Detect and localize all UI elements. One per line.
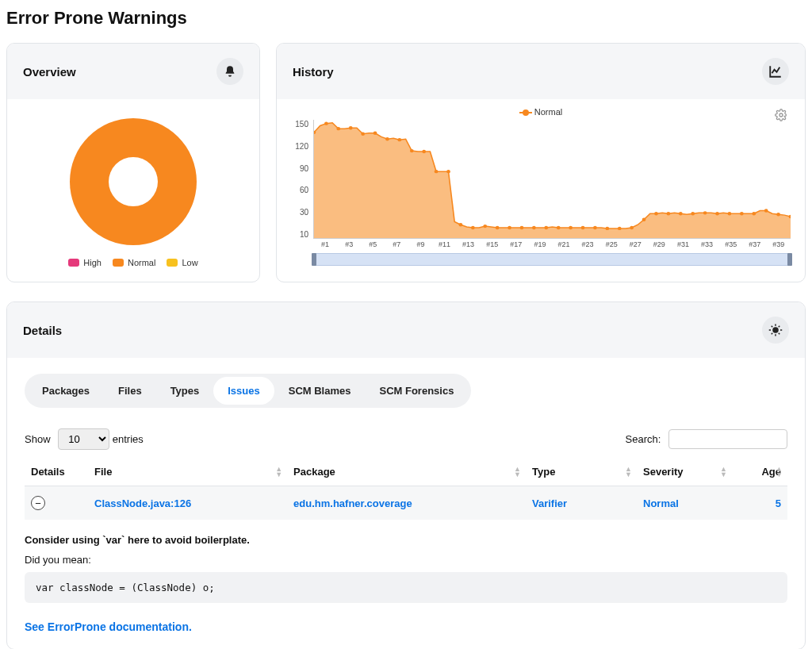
- issue-hint: Did you mean:: [25, 554, 787, 566]
- collapse-row-button[interactable]: −: [31, 496, 45, 510]
- swatch-normal: [113, 259, 124, 267]
- svg-point-16: [496, 226, 500, 229]
- tab-scm-blames[interactable]: SCM Blames: [274, 377, 366, 405]
- svg-point-2: [324, 121, 328, 125]
- tab-issues[interactable]: Issues: [213, 377, 274, 405]
- svg-point-20: [544, 226, 548, 229]
- col-age[interactable]: Age▲▼: [732, 458, 787, 486]
- search-control: Search:: [626, 429, 787, 449]
- legend-low-label: Low: [182, 258, 197, 267]
- documentation-link[interactable]: See ErrorProne documentation.: [25, 620, 192, 633]
- svg-point-33: [703, 211, 707, 214]
- svg-point-25: [605, 227, 609, 230]
- history-body: Normal 15012090603010 #1#3#5#7#9#11#13#1…: [277, 99, 805, 271]
- svg-point-31: [679, 212, 683, 215]
- overview-card: Overview High Normal Low: [6, 43, 260, 282]
- chart-range-scrubber[interactable]: [313, 253, 791, 266]
- table-head: Details File▲▼ Package▲▼ Type▲▼ Severity…: [25, 458, 787, 486]
- overview-header: Overview: [7, 44, 259, 99]
- legend-normal[interactable]: Normal: [113, 258, 155, 267]
- details-title: Details: [23, 324, 62, 337]
- tab-types[interactable]: Types: [156, 377, 214, 405]
- page-size-select[interactable]: 10: [58, 428, 109, 450]
- svg-point-13: [459, 223, 463, 226]
- svg-point-28: [642, 218, 646, 221]
- svg-point-12: [446, 170, 450, 173]
- history-title: History: [293, 65, 334, 79]
- history-card: History Normal 15012090603010 #1#3#5#7#9…: [276, 43, 806, 282]
- package-link[interactable]: edu.hm.hafner.coverage: [293, 497, 412, 509]
- col-type[interactable]: Type▲▼: [526, 458, 637, 486]
- tab-files[interactable]: Files: [104, 377, 156, 405]
- svg-point-8: [398, 138, 402, 141]
- svg-point-19: [532, 226, 536, 229]
- history-chart[interactable]: 15012090603010: [291, 120, 791, 239]
- bell-icon: [224, 65, 236, 78]
- svg-point-7: [385, 137, 389, 140]
- notifications-button[interactable]: [216, 58, 243, 85]
- severity-link[interactable]: Normal: [643, 497, 679, 509]
- svg-point-32: [691, 212, 695, 215]
- svg-point-14: [471, 226, 475, 229]
- details-card: Details PackagesFilesTypesIssuesSCM Blam…: [6, 301, 806, 649]
- type-link[interactable]: Varifier: [532, 497, 567, 509]
- legend-high[interactable]: High: [68, 258, 102, 267]
- bug-icon: [768, 323, 783, 337]
- svg-point-36: [740, 212, 744, 215]
- search-input[interactable]: [668, 429, 787, 449]
- svg-point-39: [776, 213, 780, 216]
- issues-table: Details File▲▼ Package▲▼ Type▲▼ Severity…: [25, 458, 787, 520]
- svg-point-29: [654, 212, 658, 215]
- legend-low[interactable]: Low: [167, 258, 197, 267]
- col-file[interactable]: File▲▼: [88, 458, 287, 486]
- svg-point-38: [764, 209, 768, 212]
- legend-normal-label: Normal: [128, 258, 155, 267]
- entries-label: entries: [113, 433, 144, 445]
- severity-donut-chart[interactable]: [70, 118, 197, 245]
- svg-point-5: [361, 132, 365, 136]
- chart-plot[interactable]: [313, 120, 791, 239]
- overview-title: Overview: [23, 65, 76, 79]
- svg-point-11: [435, 170, 439, 173]
- y-axis-labels: 15012090603010: [291, 120, 313, 239]
- top-row: Overview High Normal Low History: [6, 43, 806, 282]
- svg-point-23: [581, 226, 585, 229]
- file-link[interactable]: ClassNode.java:126: [94, 497, 191, 509]
- col-severity[interactable]: Severity▲▼: [637, 458, 732, 486]
- svg-point-17: [508, 226, 511, 229]
- history-header: History: [277, 44, 805, 99]
- col-package[interactable]: Package▲▼: [287, 458, 526, 486]
- age-link[interactable]: 5: [776, 497, 781, 509]
- svg-point-0: [779, 113, 783, 117]
- line-chart-icon: [768, 64, 783, 79]
- details-icon-button[interactable]: [762, 317, 789, 344]
- tab-scm-forensics[interactable]: SCM Forensics: [365, 377, 468, 405]
- legend-marker-icon: [519, 112, 532, 113]
- x-axis-labels: #1#3#5#7#9#11#13#15#17#19#21#23#25#27#29…: [291, 240, 791, 248]
- svg-point-34: [715, 212, 719, 215]
- issue-message: Consider using `var` here to avoid boile…: [25, 534, 787, 546]
- history-chart-button[interactable]: [762, 58, 789, 85]
- page-size-control: Show 10 entries: [25, 428, 144, 450]
- svg-point-24: [593, 226, 597, 229]
- legend-high-label: High: [83, 258, 102, 267]
- history-legend-label[interactable]: Normal: [534, 107, 562, 117]
- detail-tabs: PackagesFilesTypesIssuesSCM BlamesSCM Fo…: [25, 374, 471, 408]
- svg-point-30: [667, 212, 671, 215]
- svg-point-22: [569, 226, 573, 229]
- show-label: Show: [25, 433, 51, 445]
- col-details[interactable]: Details: [25, 458, 88, 486]
- svg-point-15: [483, 225, 487, 228]
- details-header: Details: [7, 302, 805, 358]
- svg-point-37: [752, 212, 756, 215]
- tab-packages[interactable]: Packages: [28, 377, 104, 405]
- svg-point-21: [557, 226, 561, 229]
- search-label: Search:: [626, 433, 661, 445]
- doc-link-wrap: See ErrorProne documentation.: [7, 606, 805, 649]
- page-title: Error Prone Warnings: [6, 8, 806, 29]
- swatch-low: [167, 259, 178, 267]
- svg-point-41: [772, 327, 779, 333]
- svg-point-26: [618, 227, 622, 230]
- code-suggestion: var classNode = (ClassNode) o;: [25, 572, 787, 603]
- svg-point-10: [422, 150, 426, 153]
